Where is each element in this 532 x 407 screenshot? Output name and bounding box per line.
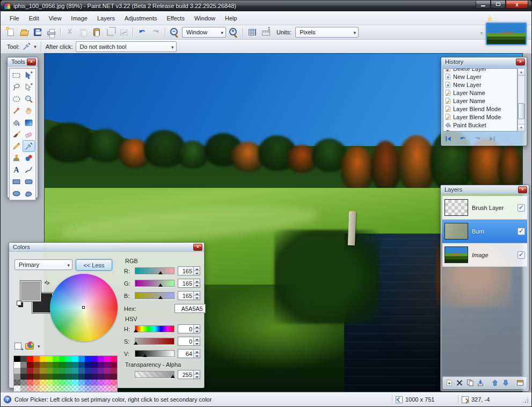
palette-swatch[interactable] — [78, 356, 85, 362]
hex-input[interactable]: A5A5A5 — [174, 304, 206, 313]
move-layer-up-button[interactable] — [491, 378, 500, 388]
palette-swatch[interactable] — [53, 380, 59, 386]
saturation-slider[interactable] — [135, 338, 174, 345]
palette-swatch[interactable] — [27, 374, 33, 380]
layers-palette-titlebar[interactable]: Layers — [441, 185, 529, 194]
color-target-combo[interactable]: Primary — [14, 259, 72, 270]
scroll-down-icon[interactable]: ▼ — [518, 124, 524, 131]
tools-palette-close-button[interactable] — [27, 59, 36, 66]
palette-swatch[interactable] — [20, 368, 27, 374]
palette-swatch[interactable] — [20, 362, 27, 368]
crop-button[interactable] — [104, 26, 116, 38]
palette-swatch[interactable] — [33, 374, 40, 380]
colors-palette-titlebar[interactable]: Colors — [9, 243, 204, 252]
blue-value-spinner[interactable]: 165 — [178, 291, 200, 300]
palette-swatch[interactable] — [85, 374, 91, 380]
palette-swatch[interactable] — [65, 368, 72, 374]
tool-line-curve[interactable] — [23, 164, 35, 176]
palette-swatch[interactable] — [53, 386, 59, 391]
palette-swatch[interactable] — [98, 356, 104, 362]
resize-grip[interactable] — [521, 395, 529, 404]
palette-swatch[interactable] — [46, 362, 53, 368]
palette-swatch[interactable] — [53, 374, 59, 380]
document-list-chevron-icon[interactable]: ▿ — [480, 31, 483, 36]
spin-up-icon[interactable] — [193, 292, 200, 296]
copy-button[interactable] — [77, 26, 89, 38]
green-slider[interactable] — [135, 280, 174, 287]
palette-swatch[interactable] — [78, 374, 85, 380]
deselect-button[interactable] — [118, 26, 129, 38]
value-slider[interactable] — [135, 350, 174, 357]
palette-swatch[interactable] — [27, 386, 33, 391]
value-value-spinner[interactable]: 64 — [178, 349, 200, 358]
primary-color-swatch[interactable] — [20, 280, 41, 302]
swap-colors-icon[interactable]: ⇄ — [43, 279, 52, 287]
layers-palette-close-button[interactable] — [518, 186, 527, 193]
history-redo-button[interactable] — [472, 134, 482, 143]
history-palette-titlebar[interactable]: History — [441, 57, 527, 67]
tool-recolor[interactable] — [23, 152, 35, 164]
spin-down-icon[interactable] — [193, 341, 200, 345]
palette-swatch[interactable] — [104, 368, 111, 374]
palette-swatch[interactable] — [20, 374, 27, 380]
tool-rectangle[interactable] — [10, 176, 23, 187]
scrollbar-thumb[interactable] — [518, 103, 524, 119]
duplicate-layer-button[interactable] — [465, 378, 475, 388]
palette-swatch[interactable] — [14, 380, 20, 386]
history-rewind-button[interactable] — [443, 134, 453, 143]
palette-swatch[interactable] — [104, 362, 111, 368]
spin-up-icon[interactable] — [193, 337, 200, 341]
tool-eraser[interactable] — [23, 128, 35, 140]
palette-swatch[interactable] — [65, 362, 72, 368]
units-combo[interactable]: Pixels — [295, 27, 359, 38]
palette-swatch[interactable] — [111, 368, 117, 374]
tool-pan[interactable] — [23, 105, 35, 117]
layer-properties-button[interactable] — [516, 378, 525, 388]
chevron-down-icon[interactable]: ▾ — [34, 44, 37, 49]
palette-swatch[interactable] — [27, 362, 33, 368]
menu-item-file[interactable]: File — [5, 13, 24, 24]
palette-swatch[interactable] — [53, 356, 59, 362]
zoom-in-button[interactable] — [228, 26, 239, 38]
tool-paint-bucket[interactable] — [10, 117, 23, 128]
palette-swatch[interactable] — [14, 386, 20, 391]
tool-ellipse[interactable] — [10, 187, 23, 199]
palette-swatch[interactable] — [27, 356, 33, 362]
cut-button[interactable] — [64, 26, 76, 38]
palette-swatch[interactable] — [59, 356, 65, 362]
palette-swatch[interactable] — [78, 380, 85, 386]
blue-slider[interactable] — [135, 292, 174, 299]
add-layer-button[interactable] — [444, 378, 454, 388]
layer-row-image[interactable]: Image — [442, 243, 527, 267]
palette-swatch[interactable] — [111, 374, 117, 380]
chevron-down-icon[interactable]: ▾ — [38, 344, 40, 349]
palette-swatch[interactable] — [104, 386, 111, 391]
palette-swatch[interactable] — [72, 386, 78, 391]
palette-swatch[interactable] — [46, 356, 53, 362]
history-item[interactable]: Layer Blend Mode — [443, 105, 517, 113]
palette-swatch[interactable] — [20, 386, 27, 391]
tool-ellipse-select[interactable] — [10, 93, 23, 105]
palette-swatch[interactable] — [65, 386, 72, 391]
spin-up-icon[interactable] — [193, 370, 200, 375]
spin-down-icon[interactable] — [193, 284, 200, 287]
palette-swatch[interactable] — [72, 362, 78, 368]
palette-swatch[interactable] — [91, 374, 98, 380]
menu-item-help[interactable]: Help — [220, 13, 242, 24]
tool-pencil[interactable] — [10, 140, 23, 152]
history-fast-forward-button[interactable] — [487, 134, 497, 143]
menu-item-window[interactable]: Window — [190, 13, 220, 24]
add-color-to-palette-icon[interactable] — [14, 343, 21, 350]
palette-swatch[interactable] — [20, 380, 27, 386]
spin-up-icon[interactable] — [193, 279, 200, 284]
spin-up-icon[interactable] — [193, 325, 200, 329]
palette-swatch[interactable] — [14, 374, 20, 380]
title-bar[interactable]: iphis_100_0956.jpg (89%) - Paint.NET v3.… — [1, 1, 531, 11]
tool-rounded-rectangle[interactable] — [23, 176, 35, 187]
menu-item-adjustments[interactable]: Adjustments — [120, 13, 162, 24]
minimize-button[interactable] — [476, 1, 491, 9]
palette-swatch[interactable] — [59, 386, 65, 391]
palette-swatch[interactable] — [72, 380, 78, 386]
palette-swatch[interactable] — [91, 368, 98, 374]
palette-swatch[interactable] — [46, 380, 53, 386]
